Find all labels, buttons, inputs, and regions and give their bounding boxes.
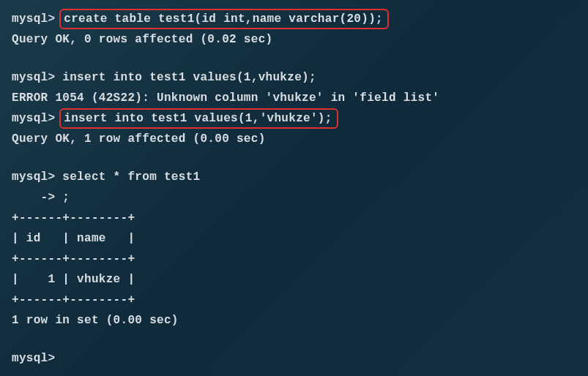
sql-command: insert into test1 values(1,'vhukze'); [64,112,332,125]
terminal-line: Query OK, 0 rows affected (0.02 sec) [12,29,576,50]
terminal-line: Query OK, 1 row affected (0.00 sec) [12,129,576,149]
highlighted-command-insert: insert into test1 values(1,'vhukze'); [59,108,338,129]
terminal-line-continuation: -> ; [12,187,576,208]
table-border: +------+--------+ [12,290,576,310]
sql-command: insert into test1 values(1,vhukze); [62,71,316,84]
terminal-line-partial: mysql> [12,348,576,369]
mysql-prompt: mysql> [12,71,62,84]
table-border: +------+--------+ [12,208,576,228]
terminal-line: mysql> create table test1(id int,name va… [12,9,576,29]
highlighted-command-create-table: create table test1(id int,name varchar(2… [59,9,389,29]
terminal-line: mysql> select * from test1 [12,167,576,187]
table-header: | id | name | [12,228,576,249]
table-border: +------+--------+ [12,249,576,269]
table-row: | 1 | vhukze | [12,269,576,290]
terminal-line-error: ERROR 1054 (42S22): Unknown column 'vhuk… [12,88,576,108]
blank-line [12,50,576,67]
terminal-line: mysql> insert into test1 values(1,'vhukz… [12,108,576,129]
mysql-prompt: mysql> [12,112,62,125]
sql-command: create table test1(id int,name varchar(2… [64,12,383,26]
blank-line [12,331,576,348]
mysql-prompt: mysql> [12,12,62,26]
terminal-line: mysql> insert into test1 values(1,vhukze… [12,67,576,88]
blank-line [12,149,576,167]
terminal-line: 1 row in set (0.00 sec) [12,310,576,331]
